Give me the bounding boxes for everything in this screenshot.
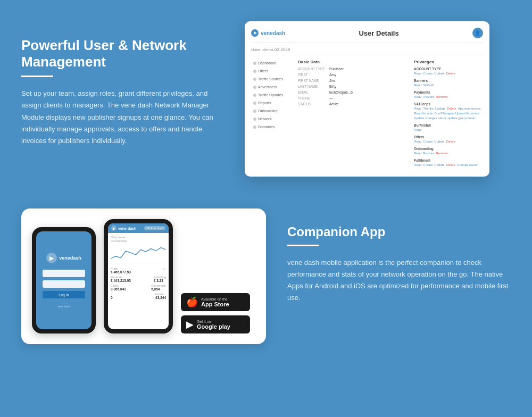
phone2-stats-4: d 0 Install 43,244 xyxy=(111,293,166,299)
sidebar-item-dash-traffic[interactable]: Traffic Sources xyxy=(251,76,294,82)
phone-password-field[interactable] xyxy=(43,280,85,288)
phone-logo-text: venedash xyxy=(59,255,81,261)
privilege-satjeeps: SATJeeps Read Thanks Update Delete Appro… xyxy=(414,102,483,120)
dash-page-title: User Details xyxy=(359,29,398,37)
privilege-account-type: ACCOUNT TYPE Read Create Update Delete xyxy=(414,67,483,75)
companion-title: Companion App xyxy=(287,224,511,239)
title-underline xyxy=(21,76,53,77)
sidebar-item-dash-reports[interactable]: Reports xyxy=(251,99,294,106)
sidebar-item-dash-offers[interactable]: Offers xyxy=(251,68,294,74)
privilege-offers: Offers Read Create Update Delete xyxy=(414,135,483,143)
privileges-col: Privileges ACCOUNT TYPE Read Create Upda… xyxy=(414,60,483,170)
phone2-header-icon: ▶ xyxy=(111,226,117,231)
sidebar-item-dash-network[interactable]: Network xyxy=(251,115,294,122)
phone-username-field[interactable] xyxy=(43,270,85,277)
page-wrapper: Powerful User & Network Management Set u… xyxy=(0,0,532,417)
main-description: Set up your team, assign roles, grant di… xyxy=(21,88,223,146)
sidebar-dot xyxy=(253,62,256,65)
app-store-small-text: Available on the xyxy=(201,297,229,301)
bottom-section: ▶ venedash Log In vene dash ▶ xyxy=(0,198,532,360)
phone-small-text: vene dash xyxy=(57,305,70,308)
phone2-header: ▶ vene dash Online now xyxy=(108,223,169,233)
phone-login-button[interactable]: Log In xyxy=(43,291,85,298)
stat-profit: Profit € 465,677.53 xyxy=(111,267,131,274)
basic-data-title: Basic Data xyxy=(298,60,410,64)
dash-logo: ▶ venedash xyxy=(251,29,285,37)
user-data-col: Basic Data ACCOUNT TYPE Publisher FIRST … xyxy=(298,60,410,170)
sidebar-item-dash-dashboard[interactable]: Dashboard xyxy=(251,60,294,66)
phone-2: ▶ vene dash Online now Only mine Convers… xyxy=(104,219,173,333)
stat-d: d 0 xyxy=(111,293,113,299)
phone2-header-logo: ▶ vene dash xyxy=(111,226,136,231)
sidebar-item-dash-domaines[interactable]: Domaines xyxy=(251,123,294,130)
privilege-onboarding: Onboarding Read Restore Remove xyxy=(414,147,483,155)
phone-form: Log In xyxy=(43,270,85,298)
dash-body: Dashboard Offers Traffic Sources Adverti… xyxy=(251,60,483,170)
privilege-bur: Bur/Install Read xyxy=(414,123,483,131)
app-store-text: Available on the App Store xyxy=(201,297,229,307)
left-content: Powerful User & Network Management Set u… xyxy=(21,21,223,147)
sidebar-dot xyxy=(253,110,256,113)
sidebar-dot xyxy=(253,102,256,105)
phone2-body: Only mine Conversion Profit xyxy=(108,233,169,304)
companion-description: vene dash mobile application is the perf… xyxy=(287,257,511,304)
google-play-text: Get it on Google play xyxy=(197,320,230,330)
google-play-badge[interactable]: ▶ Get it on Google play xyxy=(181,315,250,333)
sidebar-item-dash-updates[interactable]: Traffic Updates xyxy=(251,91,294,98)
phone2-stats-2: Revenue € 443,213.93 Spending € 3.23 xyxy=(111,276,166,282)
dash-logo-icon: ▶ xyxy=(251,29,259,37)
phone2-stats: Profit € 465,677.53 △ xyxy=(111,267,166,274)
stat-clicks: Clicks 9,065,841 xyxy=(111,284,126,291)
phone2-label: Only mine xyxy=(111,236,166,239)
data-row: FIRST NAME Jim xyxy=(298,79,410,82)
sidebar-dot xyxy=(253,70,256,73)
app-store-large-text: App Store xyxy=(201,301,229,307)
top-section: Powerful User & Network Management Set u… xyxy=(0,0,532,187)
sidebar-dot xyxy=(253,118,256,121)
google-play-small-text: Get it on xyxy=(197,320,230,323)
stat-revenue: Revenue € 443,213.93 xyxy=(111,276,131,282)
phone-logo: ▶ venedash xyxy=(46,253,81,263)
data-row: FIRST Amy xyxy=(298,73,410,77)
phone-screen-2: ▶ vene dash Online now Only mine Convers… xyxy=(108,223,169,329)
companion-underline xyxy=(287,245,319,246)
privilege-payments: Payments Read Restore Remove xyxy=(414,90,483,98)
data-row: ACCOUNT TYPE Publisher xyxy=(298,67,410,71)
dash-subtitle: User: demo-02-2049 xyxy=(251,47,483,55)
phone2-chart-label: Conversion xyxy=(111,239,166,243)
phone-mockups-container: ▶ venedash Log In vene dash ▶ xyxy=(21,208,266,344)
dash-main-content: Basic Data ACCOUNT TYPE Publisher FIRST … xyxy=(298,60,483,170)
apple-icon: 🍎 xyxy=(186,296,198,308)
sidebar-dot xyxy=(253,86,256,89)
stat-arrows: △ xyxy=(163,267,166,274)
privilege-banners: Banners Read Set/edit xyxy=(414,79,483,87)
phone2-online-button[interactable]: Online now xyxy=(144,226,165,230)
stat-install: Install 43,244 xyxy=(155,293,166,299)
phone-1: ▶ venedash Log In vene dash xyxy=(32,227,96,333)
dash-user-icon[interactable]: 👤 xyxy=(472,28,483,38)
data-row: EMAIL test@vdpub...b xyxy=(298,90,410,94)
dashboard-mockup: ▶ venedash User Details 👤 User: demo-02-… xyxy=(245,21,489,177)
data-row: STATUS Active xyxy=(298,102,410,106)
app-store-badge[interactable]: 🍎 Available on the App Store xyxy=(181,293,250,311)
google-play-large-text: Google play xyxy=(197,323,230,330)
stat-conversion: Conversion 5,054 xyxy=(151,284,166,291)
main-title: Powerful User & Network Management xyxy=(21,37,223,70)
right-content: Companion App vene dash mobile applicati… xyxy=(287,208,511,304)
sidebar-dot xyxy=(253,94,256,97)
phone2-header-text: vene dash xyxy=(118,227,136,230)
data-row: PHONE — xyxy=(298,96,410,100)
sidebar-item-dash-advertisers[interactable]: Advertisers xyxy=(251,84,294,90)
mini-chart xyxy=(111,243,166,264)
stat-spending: Spending € 3.23 xyxy=(154,276,166,282)
phone-screen-1: ▶ venedash Log In vene dash xyxy=(36,231,92,329)
dash-logo-text: venedash xyxy=(261,30,285,36)
sidebar-dot xyxy=(253,78,256,81)
privilege-fulfilment: Fulfilment Read Create Update Delete Cha… xyxy=(414,159,483,166)
app-badges: 🍎 Available on the App Store ▶ Get it on… xyxy=(181,293,250,333)
google-play-icon: ▶ xyxy=(186,319,194,330)
data-row: LAST NAME Birty xyxy=(298,85,410,88)
sidebar-item-dash-onboarding[interactable]: Onboarding xyxy=(251,107,294,114)
privileges-title: Privileges xyxy=(414,60,483,64)
dash-sidebar: Dashboard Offers Traffic Sources Adverti… xyxy=(251,60,294,170)
